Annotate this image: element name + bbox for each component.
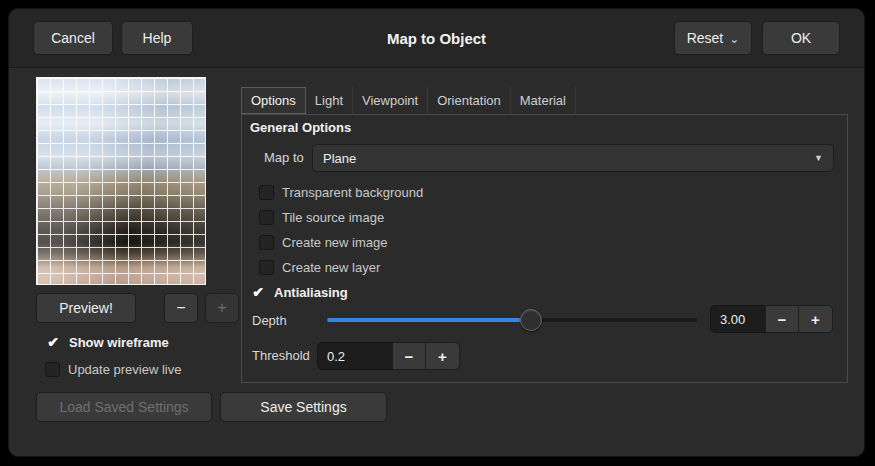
threshold-increment-button[interactable]: + (425, 342, 460, 370)
save-settings-button[interactable]: Save Settings (220, 392, 387, 422)
cancel-button[interactable]: Cancel (33, 21, 113, 55)
map-to-label: Map to (264, 150, 304, 165)
antialiasing-label: Antialiasing (274, 285, 348, 300)
plus-icon: + (438, 348, 447, 365)
checkbox-unchecked-icon (45, 362, 60, 377)
titlebar: Map to Object Cancel Help Reset ⌄ OK (9, 9, 864, 68)
depth-value-field[interactable]: 3.00 (710, 305, 766, 333)
map-to-dropdown[interactable]: Plane ▼ (312, 144, 834, 172)
create-new-layer-checkbox[interactable]: Create new layer (259, 257, 380, 277)
plus-icon: + (217, 299, 226, 317)
minus-icon: − (405, 348, 414, 365)
minus-icon: − (778, 311, 787, 328)
checkbox-unchecked-icon (259, 260, 274, 275)
create-new-image-label: Create new image (282, 235, 388, 250)
preview-button[interactable]: Preview! (36, 293, 136, 323)
map-to-object-dialog: Map to Object Cancel Help Reset ⌄ OK Pre… (8, 8, 865, 457)
tab-light[interactable]: Light (306, 87, 353, 114)
create-new-layer-label: Create new layer (282, 260, 380, 275)
update-preview-live-label: Update preview live (68, 362, 181, 377)
section-title: General Options (250, 120, 351, 135)
checkbox-unchecked-icon (259, 235, 274, 250)
tab-orientation[interactable]: Orientation (428, 87, 511, 114)
map-to-value: Plane (313, 151, 814, 166)
tile-source-image-checkbox[interactable]: Tile source image (259, 207, 384, 227)
preview-image (36, 77, 206, 285)
dropdown-arrow-icon: ▼ (814, 153, 833, 163)
reset-button[interactable]: Reset ⌄ (674, 21, 752, 55)
tab-viewpoint[interactable]: Viewpoint (353, 87, 428, 114)
tab-bar: Options Light Viewpoint Orientation Mate… (241, 87, 848, 115)
threshold-value-field[interactable]: 0.2 (317, 342, 393, 370)
slider-fill (327, 318, 531, 322)
depth-decrement-button[interactable]: − (765, 305, 799, 333)
show-wireframe-label: Show wireframe (69, 335, 169, 350)
tab-material[interactable]: Material (511, 87, 576, 114)
check-icon: ✔ (45, 334, 61, 350)
threshold-label: Threshold (252, 348, 310, 363)
zoom-in-button[interactable]: + (205, 293, 239, 323)
depth-label: Depth (252, 313, 287, 328)
depth-increment-button[interactable]: + (798, 305, 833, 333)
chevron-down-icon: ⌄ (729, 32, 739, 46)
zoom-out-button[interactable]: − (164, 293, 198, 323)
checkbox-unchecked-icon (259, 185, 274, 200)
create-new-image-checkbox[interactable]: Create new image (259, 232, 388, 252)
depth-slider[interactable] (327, 308, 697, 332)
plus-icon: + (811, 311, 820, 328)
options-panel: General Options Map to Plane ▼ Transpare… (241, 114, 848, 383)
threshold-decrement-button[interactable]: − (392, 342, 426, 370)
help-button[interactable]: Help (121, 21, 193, 55)
tab-options[interactable]: Options (241, 87, 306, 114)
transparent-background-label: Transparent background (282, 185, 423, 200)
check-icon: ✔ (250, 284, 266, 300)
load-saved-settings-button[interactable]: Load Saved Settings (36, 392, 212, 422)
slider-handle[interactable] (520, 309, 542, 331)
settings-notebook: Options Light Viewpoint Orientation Mate… (241, 87, 848, 383)
show-wireframe-checkbox[interactable]: ✔ Show wireframe (45, 333, 169, 351)
reset-button-label: Reset (687, 30, 724, 46)
ok-button[interactable]: OK (762, 21, 840, 55)
update-preview-live-checkbox[interactable]: Update preview live (45, 360, 181, 378)
minus-icon: − (176, 299, 185, 317)
checkbox-unchecked-icon (259, 210, 274, 225)
antialiasing-checkbox[interactable]: ✔ Antialiasing (250, 282, 348, 302)
tile-source-image-label: Tile source image (282, 210, 384, 225)
transparent-background-checkbox[interactable]: Transparent background (259, 182, 423, 202)
